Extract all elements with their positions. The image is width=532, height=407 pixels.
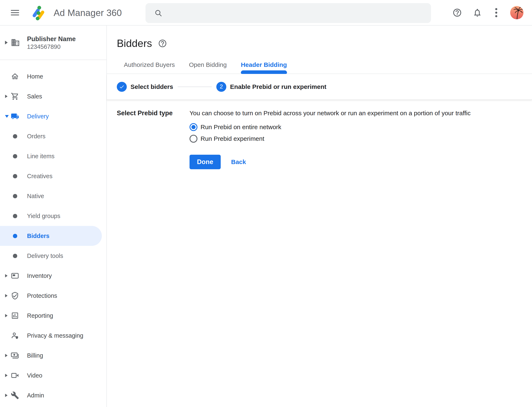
stepper: Select bidders 2 Enable Prebid or run ex… [107,74,532,100]
step-2-label: Enable Prebid or run experiment [230,83,326,90]
radio-run-prebid-experiment[interactable]: Run Prebid experiment [190,134,532,143]
palm-tree-avatar-image [510,6,524,19]
sidebar-item-video[interactable]: Video [0,366,106,385]
main-content: Bidders Authorized Buyers Open Bidding H… [107,25,532,407]
expand-caret-icon[interactable] [5,41,8,44]
sidebar-item-yield-groups[interactable]: Yield groups [0,206,106,226]
publisher-switcher[interactable]: Publisher Name 1234567890 [0,25,106,60]
chevron-right-icon [5,314,8,317]
sidebar-item-orders[interactable]: Orders [0,126,106,146]
payments-icon [11,351,19,360]
tab-header-bidding[interactable]: Header Bidding [234,56,294,73]
radio-run-prebid-entire-network[interactable]: Run Prebid on entire network [190,123,532,132]
app-title: Ad Manager 360 [54,0,122,25]
sidebar-nav: Publisher Name 1234567890 Home Sales Del… [0,25,107,407]
radio-selected-icon[interactable] [190,123,197,131]
active-tab-indicator [241,70,287,74]
tab-open-bidding[interactable]: Open Bidding [182,56,234,73]
user-avatar[interactable] [510,6,524,19]
publisher-name: Publisher Name [27,35,76,43]
bullet-icon [13,194,17,198]
bullet-icon [13,254,17,258]
sidebar-item-bidders[interactable]: Bidders [0,226,102,246]
done-button[interactable]: Done [190,155,221,169]
form-field-label: Select Prebid type [117,109,190,169]
search-input[interactable] [168,3,426,23]
chevron-right-icon [5,274,8,277]
inventory-icon [11,272,19,280]
help-icon[interactable] [452,8,462,17]
step-2-circle[interactable]: 2 [216,82,226,92]
building-icon [11,38,20,47]
bullet-icon [13,214,17,218]
bullet-icon [13,154,17,158]
step-1-complete-check-icon[interactable] [117,82,127,92]
radio-unselected-icon[interactable] [190,135,197,143]
sidebar-item-line-items[interactable]: Line items [0,146,106,166]
sidebar-item-billing[interactable]: Billing [0,345,106,366]
more-options-kebab-icon[interactable] [494,8,498,17]
truck-icon [11,112,19,120]
chevron-down-icon [5,115,9,118]
sidebar-item-sales[interactable]: Sales [0,86,106,106]
notifications-bell-icon[interactable] [473,8,482,17]
bullet-icon [13,134,17,139]
bullet-icon [13,234,17,238]
wrench-icon [11,391,19,399]
tab-authorized-buyers[interactable]: Authorized Buyers [117,56,182,73]
search-icon [154,9,162,17]
step-1-label[interactable]: Select bidders [130,83,173,90]
prebid-type-radio-group: Run Prebid on entire network Run Prebid … [190,123,532,143]
page-title: Bidders [117,37,152,49]
shield-check-icon [11,291,19,300]
bar-chart-icon [11,312,19,320]
chevron-right-icon [5,294,8,297]
chevron-right-icon [5,354,8,357]
sidebar-item-creatives[interactable]: Creatives [0,166,106,186]
menu-icon[interactable] [11,10,19,15]
person-shield-icon [11,331,19,340]
chevron-right-icon [5,374,8,377]
sidebar-item-privacy-messaging[interactable]: Privacy & messaging [0,326,106,345]
sidebar-item-home[interactable]: Home [0,66,106,86]
chevron-right-icon [5,95,8,98]
sidebar-item-native[interactable]: Native [0,186,106,206]
cart-icon [11,92,19,101]
prebid-form: Select Prebid type You can choose to tur… [107,100,532,169]
form-description: You can choose to turn on Prebid across … [190,109,532,117]
sidebar-item-delivery[interactable]: Delivery [0,106,106,126]
sidebar-item-inventory[interactable]: Inventory [0,266,106,286]
sidebar-item-admin[interactable]: Admin [0,385,106,405]
sidebar-item-protections[interactable]: Protections [0,286,106,306]
nav-list: Home Sales Delivery Orders Line item [0,66,106,405]
step-connector [178,86,212,87]
chevron-right-icon [5,394,8,397]
publisher-id: 1234567890 [27,43,76,50]
search-bar[interactable] [145,3,431,23]
back-link[interactable]: Back [231,158,246,165]
sidebar-item-reporting[interactable]: Reporting [0,306,106,326]
sidebar-item-delivery-tools[interactable]: Delivery tools [0,246,106,266]
bullet-icon [13,174,17,178]
page-help-icon[interactable] [158,39,167,48]
tab-bar: Authorized Buyers Open Bidding Header Bi… [107,56,532,74]
home-icon [11,72,19,81]
top-app-bar: Ad Manager 360 [0,0,532,25]
ad-manager-app: Ad Manager 360 [0,0,532,407]
ad-manager-logo-icon [30,5,46,21]
videocam-icon [11,371,19,380]
